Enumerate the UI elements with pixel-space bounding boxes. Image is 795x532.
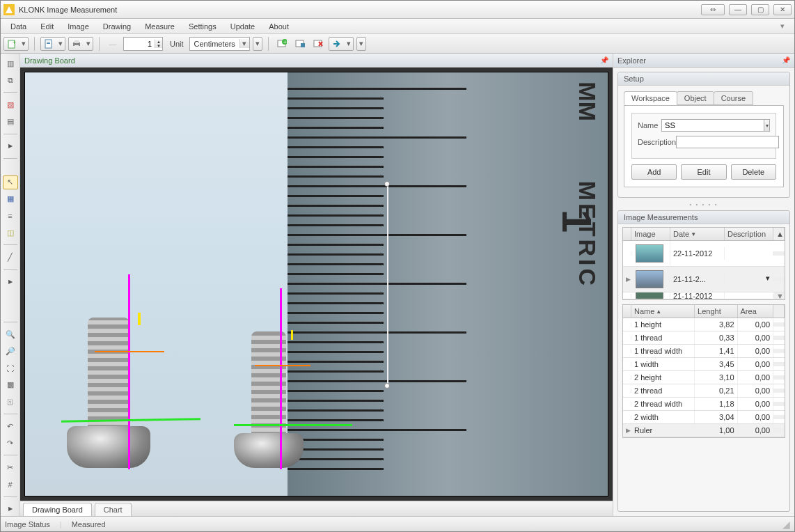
scroll-down-icon[interactable]: ▼ xyxy=(773,292,785,299)
pin-icon[interactable]: 📌 xyxy=(600,56,608,64)
tool-copy-icon[interactable]: ⧉ xyxy=(3,73,18,87)
menu-about[interactable]: About xyxy=(263,21,294,32)
tool-line-icon[interactable]: ╱ xyxy=(3,250,18,264)
tool-clear-icon[interactable]: ▤ xyxy=(3,115,18,129)
tool-expand3-icon[interactable]: ▶ xyxy=(3,502,18,516)
sort-desc-icon: ▼ xyxy=(691,231,696,237)
toolbar-open-button[interactable]: ▾ xyxy=(40,37,65,51)
measure-area: 0,00 xyxy=(738,384,774,397)
tool-expand2-icon[interactable]: ▶ xyxy=(3,274,18,288)
tab-object[interactable]: Object xyxy=(677,91,714,105)
row-dropdown-icon[interactable]: ▾ xyxy=(766,274,770,285)
tool-image-icon[interactable]: ▦ xyxy=(3,192,18,206)
tool-document-icon[interactable]: ▥ xyxy=(3,56,18,70)
tab-course[interactable]: Course xyxy=(714,91,753,105)
tool-undo-icon[interactable]: ↶ xyxy=(3,419,18,433)
splitter[interactable]: • • • • • xyxy=(613,202,794,206)
unit-select[interactable]: Centimeters ▾ xyxy=(189,37,250,51)
measure-row[interactable]: 1 thread0,330,00 xyxy=(623,331,785,345)
menu-settings[interactable]: Settings xyxy=(183,21,222,32)
name-input[interactable] xyxy=(661,119,764,132)
tool-region-icon[interactable]: ▩ xyxy=(3,378,18,392)
tool-redo-icon[interactable]: ↷ xyxy=(3,436,18,450)
menu-measure[interactable]: Measure xyxy=(139,21,180,32)
menu-edit[interactable]: Edit xyxy=(35,21,59,32)
tool-pan-icon[interactable]: ⍐ xyxy=(3,395,18,409)
tool-ruler-icon[interactable]: ≡ xyxy=(3,209,18,223)
name-dropdown-icon[interactable]: ▾ xyxy=(764,119,770,132)
col-date[interactable]: Date ▼ xyxy=(670,228,725,240)
tool-measure-icon[interactable]: ◫ xyxy=(3,226,18,240)
measure-row[interactable]: 1 thread width1,410,00 xyxy=(623,345,785,358)
measure-row[interactable]: 2 thread0,210,00 xyxy=(623,384,785,398)
tool-expand-icon[interactable]: ▶ xyxy=(3,139,18,153)
toolbar-share-button[interactable]: ▾ xyxy=(329,37,354,51)
measure-name: 2 thread xyxy=(631,384,695,397)
toolbar-line-button[interactable]: — xyxy=(105,36,120,52)
tool-delete-icon[interactable]: ▧ xyxy=(3,97,18,111)
toolbar-new-button[interactable]: + ▾ xyxy=(3,37,29,51)
edit-button[interactable]: Edit xyxy=(681,164,726,180)
measure-length: 0,21 xyxy=(695,384,737,397)
drawing-board-title: Drawing Board xyxy=(24,56,75,65)
measure-row[interactable]: 1 width3,450,00 xyxy=(623,358,785,371)
spin-arrows[interactable]: ▲▼ xyxy=(155,40,162,48)
overlay-thread-h-1 xyxy=(138,313,141,325)
toolbar-spin-input[interactable]: ▲▼ xyxy=(123,37,163,51)
col-length[interactable]: Lenght xyxy=(695,305,737,318)
overlay-thread-2 xyxy=(255,365,310,366)
measure-name: 2 height xyxy=(631,371,695,384)
spin-value[interactable] xyxy=(124,40,155,48)
overlay-ruler-measure[interactable] xyxy=(387,184,388,386)
description-input[interactable] xyxy=(676,136,779,148)
menubar-chevron-icon[interactable]: ▾ xyxy=(775,20,790,32)
col-name[interactable]: Name ▲ xyxy=(631,305,695,318)
close-button[interactable]: ✕ xyxy=(773,4,792,15)
tool-crop-icon[interactable]: ✂ xyxy=(3,460,18,474)
images-row[interactable]: ▶ 21-11-2... ▾ xyxy=(623,267,785,292)
overlay-ruler-handle-bottom[interactable] xyxy=(384,383,390,389)
tool-zoomin-icon[interactable]: 🔍 xyxy=(3,327,18,341)
menu-update[interactable]: Update xyxy=(225,21,260,32)
measure-row[interactable]: 1 height3,820,00 xyxy=(623,318,785,331)
add-button[interactable]: Add xyxy=(631,164,677,180)
row-selector-header[interactable] xyxy=(623,305,631,318)
tab-workspace[interactable]: Workspace xyxy=(624,91,677,105)
tab-drawing-board[interactable]: Drawing Board xyxy=(23,503,92,516)
resize-grip-icon[interactable]: ◢ xyxy=(782,519,790,530)
measure-row[interactable]: 2 width3,040,00 xyxy=(623,411,785,424)
toolbar-overflow-2[interactable]: ▾ xyxy=(356,37,366,51)
row-selector-header[interactable] xyxy=(623,228,631,240)
toolbar-print-button[interactable]: ▾ xyxy=(68,37,93,51)
tool-pointer-icon[interactable]: ↖ xyxy=(3,175,18,189)
tab-chart[interactable]: Chart xyxy=(95,503,132,516)
menu-data[interactable]: Data xyxy=(5,21,32,32)
toolbar-delete-image-button[interactable] xyxy=(310,36,326,52)
overlay-ruler-handle-top[interactable] xyxy=(384,181,390,187)
toolbar-add-image-button[interactable]: + xyxy=(274,36,290,52)
tool-grid-icon[interactable]: # xyxy=(3,478,18,492)
measure-row[interactable]: 2 height3,100,00 xyxy=(623,371,785,384)
tool-fit-icon[interactable]: ⛶ xyxy=(3,361,18,375)
minimize-button[interactable]: — xyxy=(729,4,747,15)
drawing-canvas[interactable]: MM 1 METRIC xyxy=(24,72,608,496)
maximize-button[interactable]: ▢ xyxy=(751,4,769,15)
chevron-down-icon: ▾ xyxy=(56,39,65,48)
measure-row[interactable]: 2 thread width1,180,00 xyxy=(623,398,785,411)
titlebar-extra-button[interactable]: ⇔ xyxy=(701,4,725,15)
delete-button[interactable]: Delete xyxy=(731,164,776,180)
scroll-up-icon[interactable]: ▲ xyxy=(773,228,785,240)
menu-image[interactable]: Image xyxy=(62,21,95,32)
screw-1-graphic xyxy=(67,318,150,468)
col-area[interactable]: Area xyxy=(738,305,774,318)
images-row[interactable]: 22-11-2012 xyxy=(623,241,785,267)
measure-row[interactable]: ▶Ruler1,000,00 xyxy=(623,424,785,437)
col-description[interactable]: Description xyxy=(725,228,773,240)
tool-zoomout-icon[interactable]: 🔎 xyxy=(3,344,18,358)
pin-icon[interactable]: 📌 xyxy=(782,56,790,64)
images-row[interactable]: 21-11-2012 ▼ xyxy=(623,292,785,299)
toolbar-overflow-1[interactable]: ▾ xyxy=(253,37,262,51)
col-image[interactable]: Image xyxy=(631,228,670,240)
menu-drawing[interactable]: Drawing xyxy=(97,21,136,32)
toolbar-save-image-button[interactable] xyxy=(292,36,308,52)
